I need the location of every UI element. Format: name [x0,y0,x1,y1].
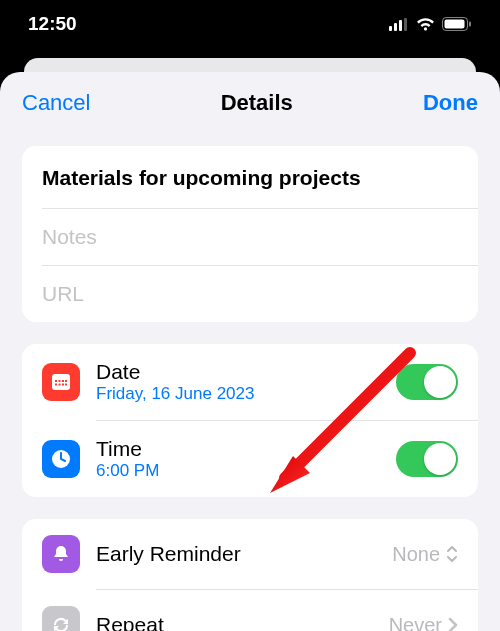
status-icons [389,17,472,31]
chevron-right-icon [448,617,458,631]
datetime-card: Date Friday, 16 June 2023 Time 6:00 PM [22,344,478,497]
date-label: Date [96,360,380,384]
svg-rect-14 [59,384,61,386]
svg-rect-9 [55,380,57,382]
background-sheet [24,58,476,72]
svg-rect-5 [445,20,465,29]
svg-rect-15 [62,384,64,386]
battery-icon [442,17,472,31]
repeat-icon [42,606,80,631]
wifi-icon [416,17,435,31]
date-toggle[interactable] [396,364,458,400]
svg-rect-2 [399,20,402,31]
cellular-icon [389,18,409,31]
done-button[interactable]: Done [423,90,478,116]
repeat-row[interactable]: Repeat Never [22,590,478,631]
time-label: Time [96,437,380,461]
clock-icon [42,440,80,478]
svg-rect-3 [404,18,407,31]
early-reminder-label: Early Reminder [96,542,376,566]
repeat-label: Repeat [96,613,373,631]
repeat-value: Never [389,614,458,632]
status-time: 12:50 [28,13,77,35]
cancel-button[interactable]: Cancel [22,90,90,116]
updown-icon [446,545,458,563]
title-field[interactable]: Materials for upcoming projects [22,146,478,208]
date-row[interactable]: Date Friday, 16 June 2023 [22,344,478,420]
svg-rect-10 [59,380,61,382]
time-row[interactable]: Time 6:00 PM [22,421,478,497]
notes-field[interactable]: Notes [22,209,478,265]
svg-rect-6 [469,22,471,27]
early-reminder-value: None [392,543,458,566]
svg-rect-11 [62,380,64,382]
bell-icon [42,535,80,573]
time-value: 6:00 PM [96,461,380,481]
time-toggle[interactable] [396,441,458,477]
svg-rect-13 [55,384,57,386]
early-reminder-row[interactable]: Early Reminder None [22,519,478,589]
svg-rect-1 [394,23,397,31]
svg-rect-0 [389,26,392,31]
status-bar: 12:50 [0,0,500,48]
title-card: Materials for upcoming projects Notes UR… [22,146,478,322]
svg-rect-16 [65,384,67,386]
calendar-icon [42,363,80,401]
date-value: Friday, 16 June 2023 [96,384,380,404]
page-title: Details [221,90,293,116]
svg-rect-12 [65,380,67,382]
reminder-card: Early Reminder None Repeat Never [22,519,478,631]
nav-bar: Cancel Details Done [0,72,500,136]
url-field[interactable]: URL [22,266,478,322]
details-modal: Cancel Details Done Materials for upcomi… [0,72,500,631]
